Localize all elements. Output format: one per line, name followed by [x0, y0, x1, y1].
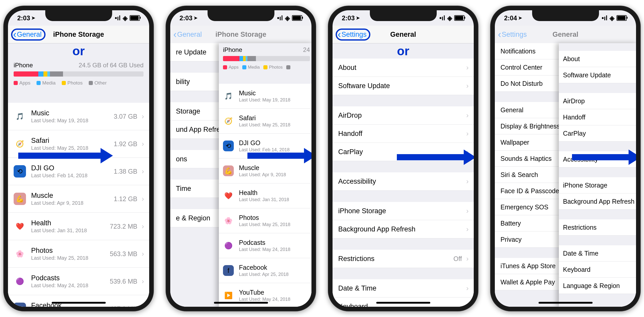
settings-row[interactable]: Software Update ›	[333, 77, 474, 95]
settings-row[interactable]: Restrictions	[559, 219, 636, 236]
app-row[interactable]: ❤️ Health Last Used: Jan 31, 2018 723.2 …	[8, 213, 149, 240]
settings-row[interactable]: iPhone Storage	[559, 177, 636, 193]
phone-frame-2: 2:03➤ •ıl◈ ‹General iPhone Storage re Up…	[166, 6, 316, 311]
chevron-left-icon: ‹	[13, 31, 16, 38]
settings-row[interactable]: Date & Time	[559, 245, 636, 262]
app-row[interactable]: 🟣 Podcasts Last Used: May 24, 2018	[219, 233, 311, 258]
row-label: Battery	[500, 220, 521, 227]
back-button[interactable]: ‹Settings	[498, 31, 527, 39]
annotation-arrow	[247, 148, 311, 163]
home-indicator[interactable]	[376, 302, 430, 304]
location-icon: ➤	[31, 15, 35, 21]
settings-row[interactable]: Background App Refresh ›	[333, 220, 474, 238]
row-label: Restrictions	[563, 224, 597, 231]
settings-row[interactable]: Software Update	[559, 67, 636, 83]
settings-row[interactable]: Language & Region	[559, 278, 636, 294]
app-row[interactable]: f Facebook Last Used: Apr 25, 2018 497.9…	[8, 295, 149, 307]
app-row[interactable]: 🧭 Safari Last Used: May 25, 2018	[219, 109, 311, 134]
row-label: Wallet & Apple Pay	[500, 278, 555, 286]
settings-row[interactable]: About ›	[333, 59, 474, 77]
app-name: Photos	[239, 214, 290, 221]
settings-row[interactable]: Handoff	[559, 109, 636, 125]
settings-row[interactable]: iPhone Storage ›	[333, 202, 474, 220]
annotation-arrow	[397, 150, 474, 165]
app-name: Health	[31, 219, 87, 227]
row-label: Software Update	[338, 82, 390, 90]
settings-row[interactable]: Background App Refresh	[559, 193, 636, 210]
signal-icon: •ıl	[602, 14, 607, 22]
row-label: Notifications	[500, 48, 535, 55]
row-label: Control Center	[500, 64, 542, 71]
nav-bar: ‹General iPhone Storage	[170, 26, 311, 43]
back-button[interactable]: ‹General	[173, 31, 202, 39]
annotation-arrow	[572, 150, 636, 165]
back-button[interactable]: ‹General	[11, 29, 46, 41]
app-name: Facebook	[239, 264, 289, 271]
app-name: Podcasts	[239, 239, 290, 246]
app-icon: 🟣	[223, 240, 234, 251]
row-label: Background App Refresh	[338, 225, 415, 233]
home-indicator[interactable]	[214, 302, 268, 304]
back-button[interactable]: ‹Settings	[336, 29, 370, 41]
notch	[532, 10, 599, 21]
chevron-left-icon: ‹	[338, 31, 341, 38]
signal-icon: •ıl	[115, 14, 121, 22]
home-indicator[interactable]	[539, 302, 593, 304]
app-name: YouTube	[239, 289, 290, 296]
app-size: 539.6 MB	[110, 278, 137, 285]
row-label: Siri & Search	[500, 171, 538, 179]
row-label: ons	[176, 155, 187, 163]
row-label: Accessibility	[338, 178, 376, 185]
wifi-icon: ◈	[123, 14, 128, 22]
settings-row[interactable]: AirDrop	[559, 93, 636, 109]
settings-row[interactable]: Handoff ›	[333, 125, 474, 143]
row-label: Privacy	[500, 236, 522, 243]
app-row[interactable]: 🎵 Music Last Used: May 19, 2018	[219, 84, 311, 109]
back-label: General	[177, 31, 202, 39]
home-indicator[interactable]	[52, 302, 106, 304]
app-row[interactable]: 🌸 Photos Last Used: May 25, 2018	[219, 208, 311, 233]
notch	[370, 10, 437, 21]
row-label: Emergency SOS	[500, 203, 548, 211]
nav-bar: ‹Settings General	[333, 26, 474, 43]
app-row[interactable]: f Facebook Last Used: Apr 25, 2018	[219, 258, 311, 283]
app-name: Music	[31, 109, 88, 117]
location-icon: ➤	[518, 15, 522, 21]
row-label: Restrictions	[338, 255, 374, 263]
row-value: Off	[453, 255, 462, 263]
chevron-left-icon: ‹	[498, 31, 501, 38]
app-name: Safari	[31, 137, 88, 145]
back-label: Settings	[502, 31, 527, 39]
app-row[interactable]: 💪 Muscle Last Used: Apr 9, 2018 1.12 GB …	[8, 185, 149, 213]
app-last-used: Last Used: May 24, 2018	[239, 247, 290, 252]
page-title: General	[552, 31, 578, 39]
app-row[interactable]: ❤️ Health Last Used: Jan 31, 2018	[219, 183, 311, 208]
app-row[interactable]: 🟣 Podcasts Last Used: May 24, 2018 539.6…	[8, 268, 149, 295]
row-label: Date & Time	[338, 284, 377, 292]
storage-bar	[14, 71, 144, 77]
storage-used: 24.5 GB of 64 GB Used	[79, 62, 144, 69]
annotation-arrow	[18, 148, 113, 163]
notch	[208, 10, 274, 21]
chevron-right-icon: ›	[466, 255, 469, 263]
app-name: Muscle	[31, 192, 83, 200]
app-row[interactable]: 🌸 Photos Last Used: May 25, 2018 563.3 M…	[8, 240, 149, 268]
app-icon: 🌸	[14, 248, 26, 260]
app-last-used: Last Used: May 19, 2018	[31, 118, 88, 124]
chevron-right-icon: ›	[142, 140, 144, 148]
chevron-right-icon: ›	[466, 207, 469, 215]
settings-row[interactable]: CarPlay	[559, 125, 636, 142]
chevron-right-icon: ›	[466, 82, 469, 90]
row-label: About	[563, 55, 580, 63]
settings-row[interactable]: AirDrop ›	[333, 106, 474, 125]
chevron-right-icon: ›	[466, 129, 469, 138]
settings-row[interactable]: Restrictions Off ›	[333, 250, 474, 268]
app-icon: 🎵	[14, 110, 26, 123]
back-label: Settings	[342, 31, 367, 39]
settings-row[interactable]: Keyboard	[559, 262, 636, 278]
settings-row[interactable]: About	[559, 51, 636, 67]
settings-row[interactable]: Date & Time ›	[333, 279, 474, 297]
app-row[interactable]: 🎵 Music Last Used: May 19, 2018 3.07 GB …	[8, 103, 149, 130]
settings-row[interactable]: Accessibility ›	[333, 172, 474, 191]
row-label: CarPlay	[563, 130, 586, 137]
